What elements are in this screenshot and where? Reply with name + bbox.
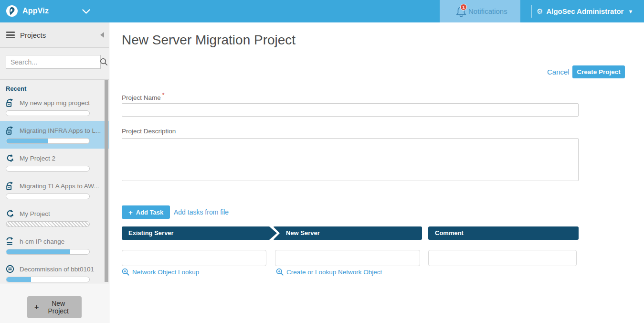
recent-section-label: Recent	[6, 85, 109, 92]
project-list-item[interactable]: My Project 2	[0, 149, 109, 176]
server-migration-icon	[6, 126, 14, 135]
sidebar-title: Projects	[20, 31, 46, 39]
create-or-lookup-network-object-link[interactable]: Create or Lookup Network Object	[276, 268, 382, 276]
notifications-label: Notifications	[468, 7, 507, 15]
chevron-down-icon[interactable]	[82, 9, 90, 14]
appviz-brand[interactable]: AppViz	[6, 5, 49, 17]
required-asterisk: *	[162, 92, 165, 98]
topbar-divider	[531, 5, 532, 18]
user-menu-button[interactable]: ⚙ AlgoSec Administrator ▼	[537, 0, 633, 22]
appviz-logo-icon	[6, 5, 18, 17]
project-progress-bar	[6, 166, 90, 172]
search-icon[interactable]	[100, 58, 108, 66]
add-tasks-from-file-link[interactable]: Add tasks from file	[174, 208, 229, 216]
projects-sidebar: Projects Recent My new app mig progectMi…	[0, 22, 109, 323]
menu-icon[interactable]	[6, 32, 15, 38]
add-task-button[interactable]: + Add Task	[122, 205, 170, 219]
notifications-button[interactable]: 1 Notifications	[440, 0, 520, 22]
magnifier-plus-icon	[276, 268, 284, 276]
page-title: New Server Migration Project	[122, 32, 296, 48]
project-progress-bar	[6, 277, 90, 282]
recent-projects-list: Recent My new app mig progectMigrating I…	[0, 80, 109, 283]
project-list-item[interactable]: My new app mig progect	[0, 93, 109, 121]
comment-input[interactable]	[428, 250, 577, 266]
brand-name: AppViz	[22, 7, 49, 15]
project-list-item[interactable]: Migrating INFRA Apps to L...	[0, 121, 109, 149]
new-server-input[interactable]	[275, 250, 420, 266]
project-progress-bar	[6, 249, 90, 255]
column-header-comment: Comment	[428, 226, 579, 240]
create-project-button[interactable]: Create Project	[572, 65, 625, 78]
network-object-lookup-link[interactable]: Network Object Lookup	[122, 268, 199, 276]
project-list-item[interactable]: My Project	[0, 204, 109, 232]
collapse-sidebar-icon[interactable]	[100, 32, 104, 38]
gear-icon: ⚙	[537, 8, 543, 15]
new-project-label: New Project	[42, 300, 74, 315]
project-name: Decommission of bbt0101	[20, 266, 94, 273]
add-task-label: Add Task	[136, 209, 164, 216]
new-project-button[interactable]: + New Project	[27, 296, 82, 318]
plus-icon: +	[34, 303, 39, 311]
top-navigation-bar: AppViz 1 Notifications ⚙ AlgoSec Adminis…	[0, 0, 644, 22]
magnifier-plus-icon	[122, 268, 129, 276]
appviz-window: AppViz 1 Notifications ⚙ AlgoSec Adminis…	[0, 0, 644, 323]
sync-project-icon	[6, 209, 14, 218]
server-migration-icon	[6, 98, 14, 107]
project-progress-bar	[6, 221, 90, 227]
project-name-label: Project Name*	[122, 92, 164, 101]
sidebar-scrollbar[interactable]	[105, 80, 108, 282]
project-name-input[interactable]	[122, 103, 579, 117]
column-header-existing-server: Existing Server	[122, 226, 277, 240]
project-name: Migrating TLA Apps to AW...	[20, 183, 99, 190]
cancel-button[interactable]: Cancel	[547, 68, 570, 76]
caret-down-icon: ▼	[628, 9, 633, 14]
search-input[interactable]	[6, 58, 100, 66]
project-list-item[interactable]: Migrating TLA Apps to AW...	[0, 176, 109, 204]
plus-icon: +	[128, 209, 133, 216]
sidebar-footer: + New Project	[0, 283, 109, 323]
project-list-item[interactable]: h-cm IP change	[0, 232, 109, 259]
project-progress-bar	[6, 138, 90, 144]
search-box	[6, 55, 101, 69]
project-name: My Project 2	[20, 155, 55, 162]
project-name: Migrating INFRA Apps to L...	[20, 127, 101, 134]
project-name: h-cm IP change	[20, 238, 64, 245]
project-progress-bar	[6, 110, 90, 116]
sidebar-header: Projects	[0, 22, 109, 48]
decommission-icon	[6, 265, 14, 273]
existing-server-input[interactable]	[122, 250, 266, 266]
column-header-new-server: New Server	[273, 226, 422, 240]
project-progress-bar	[6, 194, 90, 199]
ip-change-icon	[6, 237, 14, 246]
sidebar-search-area	[0, 48, 109, 80]
notification-count-badge: 1	[460, 4, 467, 11]
sync-project-icon	[6, 154, 14, 162]
user-name: AlgoSec Administrator	[546, 7, 623, 15]
main-content: New Server Migration Project Cancel Crea…	[110, 22, 644, 323]
project-list-item[interactable]: Decommission of bbt0101	[0, 259, 109, 283]
project-name: My Project	[20, 210, 50, 217]
server-migration-icon	[6, 182, 14, 190]
project-name: My new app mig progect	[20, 99, 90, 107]
project-description-input[interactable]	[122, 138, 579, 181]
project-description-label: Project Description	[122, 128, 176, 135]
